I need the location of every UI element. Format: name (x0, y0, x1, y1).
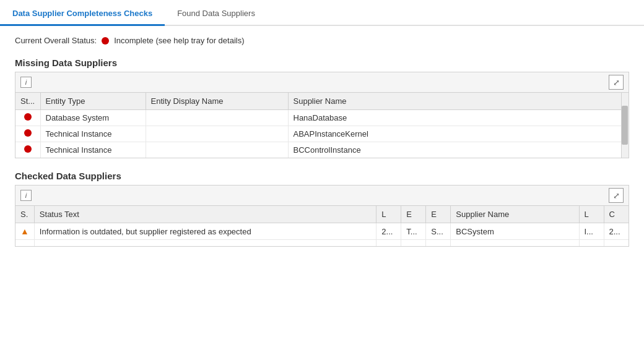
row-c (604, 240, 629, 247)
row-e1 (401, 240, 426, 247)
row-l2 (579, 240, 604, 247)
row-status-text (34, 240, 376, 247)
checked-col-status: S. (15, 206, 34, 223)
checked-col-supplier-name: Supplier Name (451, 206, 579, 223)
red-dot-icon (24, 145, 32, 153)
row-entity-type: Technical Instance (40, 142, 146, 158)
row-supplier-name: HanaDatabase (288, 110, 629, 126)
checked-table: S. Status Text L E E Supplier Name L C ▲ (15, 206, 629, 246)
row-l1: 2... (376, 223, 401, 240)
missing-expand-icon[interactable]: ⤢ (609, 75, 624, 90)
row-e2: S... (426, 223, 451, 240)
checked-info-icon[interactable]: i (20, 190, 32, 201)
checked-info-bar: i ⤢ (15, 186, 629, 206)
table-row: Technical Instance BCControlInstance (15, 142, 629, 158)
row-supplier-name: BCSystem (451, 223, 579, 240)
checked-col-c: C (604, 206, 629, 223)
row-status-text: Information is outdated, but supplier re… (34, 223, 376, 240)
red-dot-icon (24, 129, 32, 137)
checked-table-header-row: S. Status Text L E E Supplier Name L C (15, 206, 629, 223)
row-entity-type: Database System (40, 110, 146, 126)
table-row: Database System HanaDatabase (15, 110, 629, 126)
missing-col-entity-display-name: Entity Display Name (146, 93, 288, 110)
checked-table-container: i ⤢ S. Status Text L E E Supplier Name L… (15, 185, 629, 247)
table-row (15, 240, 629, 247)
checked-col-l2: L (579, 206, 604, 223)
tab-found-suppliers[interactable]: Found Data Suppliers (165, 2, 268, 26)
red-dot-icon (24, 113, 32, 121)
checked-section: Checked Data Suppliers i ⤢ S. Status Tex… (15, 171, 629, 247)
missing-section-title: Missing Data Suppliers (15, 58, 629, 68)
row-entity-display-name (146, 110, 288, 126)
missing-scrollbar-thumb[interactable] (622, 106, 628, 145)
row-e2 (426, 240, 451, 247)
row-entity-type: Technical Instance (40, 126, 146, 142)
missing-table-header-row: St... Entity Type Entity Display Name Su… (15, 93, 629, 110)
row-supplier-name: BCControlInstance (288, 142, 629, 158)
missing-col-entity-type: Entity Type (40, 93, 146, 110)
row-entity-display-name (146, 126, 288, 142)
missing-scrollbar-track[interactable] (621, 93, 629, 158)
tab-completeness[interactable]: Data Supplier Completeness Checks (0, 2, 165, 26)
missing-info-icon[interactable]: i (20, 77, 32, 88)
row-status: ▲ (15, 223, 34, 240)
checked-col-status-text: Status Text (34, 206, 376, 223)
row-status (15, 142, 40, 158)
missing-col-supplier-name: Supplier Name (288, 93, 629, 110)
status-row: Current Overall Status: Incomplete (see … (15, 36, 629, 45)
missing-table-container: i ⤢ St... Entity Type Entity Display Nam… (15, 72, 629, 158)
status-text: Incomplete (see help tray for details) (114, 36, 244, 45)
checked-expand-icon[interactable]: ⤢ (609, 188, 624, 203)
warning-triangle-icon: ▲ (20, 226, 29, 236)
tab-bar: Data Supplier Completeness Checks Found … (0, 0, 644, 26)
row-status (15, 240, 34, 247)
row-c: 2... (604, 223, 629, 240)
row-entity-display-name (146, 142, 288, 158)
table-row: Technical Instance ABAPInstanceKernel (15, 126, 629, 142)
row-supplier-name (451, 240, 579, 247)
checked-col-l1: L (376, 206, 401, 223)
checked-col-e1: E (401, 206, 426, 223)
missing-scroll-wrapper: St... Entity Type Entity Display Name Su… (15, 93, 629, 158)
main-content: Current Overall Status: Incomplete (see … (0, 26, 644, 269)
row-status (15, 126, 40, 142)
row-status (15, 110, 40, 126)
checked-section-title: Checked Data Suppliers (15, 171, 629, 181)
missing-info-bar: i ⤢ (15, 72, 629, 93)
status-label: Current Overall Status: (15, 36, 97, 45)
table-row: ▲ Information is outdated, but supplier … (15, 223, 629, 240)
missing-col-status: St... (15, 93, 40, 110)
row-l1 (376, 240, 401, 247)
status-indicator-dot (102, 37, 109, 45)
checked-col-e2: E (426, 206, 451, 223)
missing-section: Missing Data Suppliers i ⤢ St... Entity … (15, 58, 629, 158)
row-l2: I... (579, 223, 604, 240)
row-supplier-name: ABAPInstanceKernel (288, 126, 629, 142)
row-e1: T... (401, 223, 426, 240)
missing-table: St... Entity Type Entity Display Name Su… (15, 93, 629, 158)
